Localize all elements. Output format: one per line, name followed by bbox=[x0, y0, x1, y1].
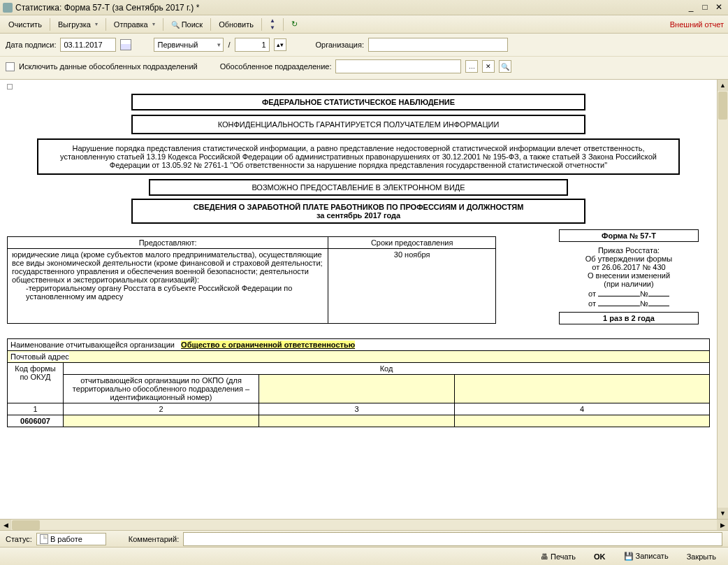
col-num-3: 3 bbox=[259, 403, 455, 415]
col-num-2: 2 bbox=[64, 403, 259, 415]
order-blank-2: от № bbox=[559, 298, 699, 308]
send-button[interactable]: Отправка bbox=[110, 19, 159, 30]
ok-button[interactable]: OK bbox=[588, 550, 612, 563]
print-icon bbox=[541, 552, 548, 561]
provide-table: Предоставляют: Сроки предоставления юрид… bbox=[7, 236, 496, 324]
provide-sub: -территориальному органу Росстата в субъ… bbox=[12, 284, 323, 301]
exclude-checkbox[interactable] bbox=[6, 62, 15, 71]
exclude-label: Исключить данные обособленных подразделе… bbox=[19, 62, 198, 71]
value-cell-3[interactable] bbox=[259, 415, 455, 427]
order-line-1: Приказ Росстата: bbox=[559, 246, 699, 255]
provide-header: Предоставляют: bbox=[8, 237, 328, 249]
order-line-3: от 26.06.2017 № 430 bbox=[559, 263, 699, 271]
status-field[interactable]: В работе bbox=[36, 533, 106, 545]
extra-button[interactable] bbox=[287, 18, 302, 30]
sign-date-label: Дата подписи: bbox=[6, 41, 56, 49]
value-cell-4[interactable] bbox=[455, 415, 710, 427]
titlebar: Статистика: Форма 57-Т (за Сентябрь 2017… bbox=[0, 0, 728, 15]
window-title: Статистика: Форма 57-Т (за Сентябрь 2017… bbox=[15, 3, 683, 13]
horizontal-scrollbar[interactable]: ◀ ▶ bbox=[0, 519, 728, 530]
close-window-button[interactable]: ✕ bbox=[713, 3, 725, 13]
separator bbox=[105, 18, 106, 31]
form-number: Форма № 57-Т bbox=[559, 229, 699, 242]
number-input[interactable] bbox=[235, 38, 270, 52]
form-info-box: Форма № 57-Т Приказ Росстата: Об утвержд… bbox=[559, 229, 699, 324]
dept-search-button[interactable] bbox=[499, 60, 511, 73]
vertical-scrollbar[interactable]: ▲ ▼ bbox=[717, 80, 728, 519]
org-grid: Наименование отчитывающейся организации … bbox=[7, 338, 710, 427]
scroll-thumb-h[interactable] bbox=[12, 520, 40, 530]
comment-input[interactable] bbox=[183, 532, 722, 546]
deadline-cell: 30 ноября bbox=[328, 249, 496, 324]
org-name-row: Наименование отчитывающейся организации … bbox=[8, 339, 710, 351]
frequency-box: 1 раз в 2 года bbox=[559, 312, 699, 324]
order-line-2: Об утверждении формы bbox=[559, 255, 699, 263]
dept-choose-button[interactable]: … bbox=[465, 60, 478, 73]
dept-input[interactable] bbox=[335, 59, 461, 73]
title-line-2: за сентябрь 2017 года bbox=[140, 211, 577, 220]
org-input[interactable] bbox=[368, 38, 508, 52]
dept-clear-button[interactable]: ✕ bbox=[482, 60, 495, 73]
okud-value: 0606007 bbox=[8, 415, 64, 427]
bottom-bar: Печать OK 💾 Записать Закрыть bbox=[0, 547, 728, 565]
status-bar: Статус: В работе Комментарий: bbox=[0, 530, 728, 547]
document-scroll[interactable]: ФЕДЕРАЛЬНОЕ СТАТИСТИЧЕСКОЕ НАБЛЮДЕНИЕ КО… bbox=[0, 80, 717, 519]
deadline-header: Сроки предоставления bbox=[328, 237, 496, 249]
order-blank-1: от № bbox=[559, 288, 699, 298]
col-num-1: 1 bbox=[8, 403, 64, 415]
title-box: СВЕДЕНИЯ О ЗАРАБОТНОЙ ПЛАТЕ РАБОТНИКОВ П… bbox=[131, 199, 585, 224]
clear-button[interactable]: Очистить bbox=[4, 19, 46, 30]
scroll-up-icon[interactable]: ▲ bbox=[718, 80, 728, 91]
move-updown-button[interactable]: ▲▼ bbox=[265, 17, 279, 31]
comment-label: Комментарий: bbox=[129, 535, 179, 543]
okpo-label: отчитывающейся организации по ОКПО (для … bbox=[64, 375, 259, 403]
minimize-button[interactable]: _ bbox=[685, 3, 697, 13]
number-stepper[interactable]: ▴▾ bbox=[274, 38, 286, 51]
dept-label: Обособленное подразделение: bbox=[220, 62, 332, 71]
close-button[interactable]: Закрыть bbox=[680, 550, 722, 563]
type-select[interactable]: Первичный bbox=[154, 38, 224, 52]
slash-label: / bbox=[228, 41, 230, 49]
code-cell-4[interactable] bbox=[455, 375, 710, 403]
refresh-button[interactable]: Обновить bbox=[214, 19, 258, 30]
addr-label: Почтовый адрес bbox=[10, 352, 69, 361]
export-button[interactable]: Выгрузка bbox=[54, 19, 102, 30]
org-row-label: Наименование отчитывающейся организации bbox=[10, 341, 175, 349]
filter-bar-2: Исключить данные обособленных подразделе… bbox=[0, 57, 728, 80]
okpo-value[interactable] bbox=[64, 415, 259, 427]
header-box-2: КОНФИДЕНЦИАЛЬНОСТЬ ГАРАНТИРУЕТСЯ ПОЛУЧАТ… bbox=[131, 115, 585, 134]
separator bbox=[50, 18, 50, 31]
title-line-1: СВЕДЕНИЯ О ЗАРАБОТНОЙ ПЛАТЕ РАБОТНИКОВ П… bbox=[140, 203, 577, 211]
document-icon bbox=[40, 534, 48, 544]
search-label: Поиск bbox=[182, 20, 203, 29]
scroll-right-icon[interactable]: ▶ bbox=[717, 520, 728, 530]
print-button[interactable]: Печать bbox=[534, 550, 582, 563]
scroll-down-icon[interactable]: ▼ bbox=[718, 508, 728, 519]
org-name-value[interactable]: Общество с ограниченной ответственностью bbox=[181, 341, 355, 349]
electronic-box: ВОЗМОЖНО ПРЕДОСТАВЛЕНИЕ В ЭЛЕКТРОННОМ ВИ… bbox=[149, 179, 568, 196]
addr-row[interactable]: Почтовый адрес bbox=[8, 351, 710, 363]
save-icon: 💾 bbox=[624, 552, 634, 560]
sign-date-input[interactable] bbox=[60, 38, 116, 52]
separator bbox=[163, 18, 163, 31]
app-icon bbox=[3, 3, 13, 13]
maximize-button[interactable]: □ bbox=[699, 3, 711, 13]
search-icon bbox=[171, 20, 180, 29]
status-label: Статус: bbox=[6, 535, 32, 543]
save-button[interactable]: 💾 Записать bbox=[618, 550, 675, 563]
order-line-5: (при наличии) bbox=[559, 280, 699, 288]
search-button[interactable]: Поиск bbox=[167, 19, 207, 30]
scroll-thumb[interactable] bbox=[718, 92, 727, 120]
separator bbox=[210, 18, 211, 31]
toolbar: Очистить Выгрузка Отправка Поиск Обновит… bbox=[0, 15, 728, 34]
search-icon bbox=[501, 63, 509, 71]
status-value: В работе bbox=[50, 535, 82, 543]
separator bbox=[261, 18, 262, 31]
warning-box: Нарушение порядка представления статисти… bbox=[37, 138, 680, 175]
code-cell-3[interactable] bbox=[259, 375, 455, 403]
calendar-icon[interactable] bbox=[120, 39, 131, 50]
provide-body: юридические лица (кроме субъектов малого… bbox=[12, 250, 323, 284]
separator bbox=[283, 18, 284, 31]
type-value: Первичный bbox=[157, 41, 198, 49]
scroll-left-icon[interactable]: ◀ bbox=[0, 520, 11, 530]
